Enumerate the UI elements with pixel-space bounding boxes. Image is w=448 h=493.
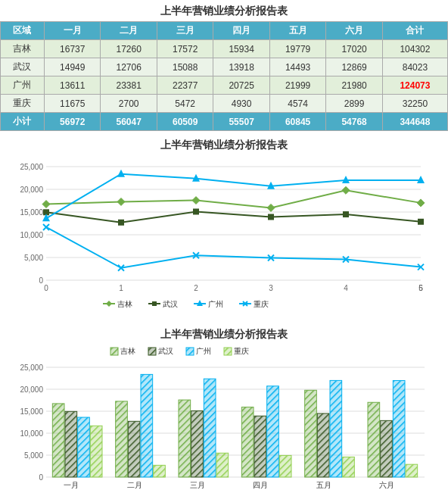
svg-rect-61 xyxy=(141,374,153,477)
bar-chart: 05,00010,00015,00020,00025,000一月二月三月四月五月… xyxy=(12,345,436,493)
col-jan: 一月 xyxy=(44,22,100,40)
svg-text:二月: 二月 xyxy=(127,481,142,489)
svg-text:10,000: 10,000 xyxy=(20,429,43,438)
table-row: 吉林167371726017572159341977917020104302 xyxy=(1,40,448,58)
svg-rect-60 xyxy=(128,421,140,477)
table-title: 上半年营销业绩分析报告表 xyxy=(0,0,448,21)
svg-text:2: 2 xyxy=(194,284,198,292)
table-header-row: 区域 一月 二月 三月 四月 五月 六月 合计 xyxy=(1,22,448,40)
svg-rect-79 xyxy=(368,402,380,477)
footer-m5: 60845 xyxy=(269,113,325,131)
svg-text:0: 0 xyxy=(39,276,43,285)
svg-text:4: 4 xyxy=(344,284,348,292)
svg-text:3: 3 xyxy=(269,284,273,292)
svg-rect-75 xyxy=(317,413,329,477)
svg-rect-28 xyxy=(152,301,157,306)
svg-text:5,000: 5,000 xyxy=(24,254,43,262)
svg-rect-86 xyxy=(148,348,156,355)
data-table: 区域 一月 二月 三月 四月 五月 六月 合计 吉林16737172601757… xyxy=(0,21,448,131)
svg-rect-55 xyxy=(65,411,77,477)
svg-text:武汉: 武汉 xyxy=(158,347,173,355)
svg-rect-67 xyxy=(216,453,229,477)
footer-total: 344648 xyxy=(382,113,447,131)
col-feb: 二月 xyxy=(101,22,157,40)
svg-rect-72 xyxy=(279,455,291,477)
table-body: 吉林167371726017572159341977917020104302武汉… xyxy=(1,40,448,113)
svg-text:25,000: 25,000 xyxy=(20,364,43,372)
table-footer-row: 小计 56972 56047 60509 55507 60845 54768 3… xyxy=(1,113,448,131)
svg-rect-65 xyxy=(191,410,204,477)
svg-text:0: 0 xyxy=(44,284,48,292)
svg-rect-77 xyxy=(343,457,355,477)
svg-text:20,000: 20,000 xyxy=(20,385,43,394)
svg-text:15,000: 15,000 xyxy=(20,407,43,416)
svg-text:广州: 广州 xyxy=(208,300,223,308)
footer-m6: 54768 xyxy=(326,113,382,131)
table-row: 武汉14949127061508813918144931286984023 xyxy=(1,58,448,76)
footer-m2: 56047 xyxy=(101,113,157,131)
svg-text:15,000: 15,000 xyxy=(20,208,43,217)
svg-rect-74 xyxy=(305,390,317,477)
svg-rect-24 xyxy=(418,219,424,225)
col-region: 区域 xyxy=(1,22,45,40)
svg-rect-66 xyxy=(204,379,216,477)
svg-rect-21 xyxy=(193,208,199,214)
svg-text:重庆: 重庆 xyxy=(234,347,249,355)
svg-rect-64 xyxy=(179,400,191,477)
svg-text:20,000: 20,000 xyxy=(20,186,43,194)
svg-text:六月: 六月 xyxy=(379,481,394,489)
svg-text:广州: 广州 xyxy=(196,347,211,355)
svg-rect-56 xyxy=(78,417,90,477)
svg-rect-23 xyxy=(343,211,349,217)
svg-text:1: 1 xyxy=(119,284,123,292)
footer-label: 小计 xyxy=(1,113,45,131)
svg-rect-88 xyxy=(186,348,194,355)
svg-rect-76 xyxy=(330,380,342,477)
svg-text:五月: 五月 xyxy=(316,481,331,489)
svg-rect-59 xyxy=(116,401,128,477)
col-may: 五月 xyxy=(269,22,325,40)
svg-text:一月: 一月 xyxy=(64,481,79,489)
svg-text:吉林: 吉林 xyxy=(120,347,135,355)
line-chart-title: 上半年营销业绩分析报告表 xyxy=(6,134,442,155)
page-wrapper: 上半年营销业绩分析报告表 区域 一月 二月 三月 四月 五月 六月 合计 吉林1… xyxy=(0,0,448,493)
line-chart: 05,00010,00015,00020,00025,0000123456吉林武… xyxy=(12,155,436,314)
svg-rect-54 xyxy=(52,404,64,477)
svg-rect-57 xyxy=(90,426,102,477)
bar-chart-title: 上半年营销业绩分析报告表 xyxy=(6,323,442,345)
svg-text:重庆: 重庆 xyxy=(254,300,269,308)
table-row: 重庆116752700547249304574289932250 xyxy=(1,95,448,113)
svg-text:0: 0 xyxy=(39,473,43,482)
svg-rect-80 xyxy=(381,420,393,477)
svg-rect-20 xyxy=(118,220,124,226)
col-apr: 四月 xyxy=(213,22,269,40)
svg-text:5,000: 5,000 xyxy=(24,451,43,460)
col-mar: 三月 xyxy=(157,22,213,40)
table-row: 广州136112338122377207252199921980124073 xyxy=(1,76,448,95)
line-chart-section: 上半年营销业绩分析报告表 05,00010,00015,00020,00025,… xyxy=(0,131,448,320)
svg-text:10,000: 10,000 xyxy=(20,231,43,239)
svg-rect-62 xyxy=(154,465,166,477)
footer-m1: 56972 xyxy=(44,113,100,131)
svg-rect-70 xyxy=(254,416,266,477)
svg-text:吉林: 吉林 xyxy=(117,300,132,308)
footer-m4: 55507 xyxy=(213,113,269,131)
svg-text:三月: 三月 xyxy=(190,481,205,489)
svg-rect-90 xyxy=(224,348,232,355)
footer-m3: 60509 xyxy=(157,113,213,131)
col-total: 合计 xyxy=(382,22,447,40)
svg-rect-81 xyxy=(393,381,405,477)
svg-rect-84 xyxy=(110,348,118,355)
svg-rect-82 xyxy=(406,464,418,477)
col-jun: 六月 xyxy=(326,22,382,40)
svg-rect-69 xyxy=(241,407,254,477)
svg-rect-71 xyxy=(267,386,279,477)
svg-text:25,000: 25,000 xyxy=(20,163,43,171)
svg-text:四月: 四月 xyxy=(253,481,268,489)
bar-chart-section: 上半年营销业绩分析报告表 05,00010,00015,00020,00025,… xyxy=(0,320,448,493)
svg-text:6: 6 xyxy=(418,284,423,292)
svg-rect-22 xyxy=(268,214,274,220)
svg-text:武汉: 武汉 xyxy=(163,300,178,308)
